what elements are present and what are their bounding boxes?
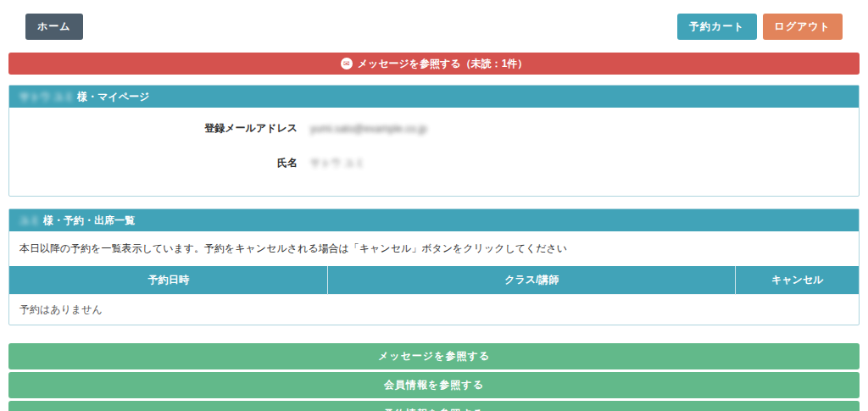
table-header-row: 予約日時 クラス/講師 キャンセル bbox=[9, 266, 859, 295]
reservations-table: 予約日時 クラス/講師 キャンセル 予約はありません bbox=[9, 266, 859, 325]
envelope-icon: ✉ bbox=[341, 58, 353, 69]
column-header-cancel: キャンセル bbox=[736, 266, 859, 295]
email-label: 登録メールアドレス bbox=[9, 121, 298, 136]
mypage-panel-body: 登録メールアドレス yumi.sato@example.co.jp 氏名 サトウ… bbox=[9, 108, 859, 196]
mypage-panel: サトウ ユミ 様・マイページ 登録メールアドレス yumi.sato@examp… bbox=[8, 85, 860, 197]
member-name-blurred: ユミ bbox=[19, 214, 41, 226]
topbar: ホーム 予約カート ログアウト bbox=[8, 0, 860, 53]
page: ホーム 予約カート ログアウト ✉ メッセージを参照する（未読：1件） サトウ … bbox=[0, 0, 868, 411]
unread-messages-label: メッセージを参照する（未読：1件） bbox=[358, 57, 528, 71]
reservations-title-suffix: 様・予約・出席一覧 bbox=[41, 214, 135, 226]
reservation-cart-button[interactable]: 予約カート bbox=[677, 14, 757, 40]
view-member-info-button[interactable]: 会員情報を参照する bbox=[8, 372, 860, 398]
mypage-title-suffix: 様・マイページ bbox=[75, 91, 149, 103]
email-value-blurred: yumi.sato@example.co.jp bbox=[310, 123, 427, 135]
column-header-class-instructor: クラス/講師 bbox=[328, 266, 736, 295]
home-button[interactable]: ホーム bbox=[25, 14, 83, 40]
reservations-panel: ユミ 様・予約・出席一覧 本日以降の予約を一覧表示しています。予約をキャンセルさ… bbox=[8, 208, 860, 325]
reservations-panel-body: 本日以降の予約を一覧表示しています。予約をキャンセルされる場合は「キャンセル」ボ… bbox=[9, 231, 859, 325]
member-name-blurred: サトウ ユミ bbox=[19, 91, 75, 103]
action-buttons: メッセージを参照する 会員情報を参照する 予約情報を参照する パスワードを変更す… bbox=[8, 343, 860, 411]
unread-messages-banner[interactable]: ✉ メッセージを参照する（未読：1件） bbox=[8, 53, 860, 75]
email-row: 登録メールアドレス yumi.sato@example.co.jp bbox=[9, 121, 859, 136]
reservations-description: 本日以降の予約を一覧表示しています。予約をキャンセルされる場合は「キャンセル」ボ… bbox=[9, 231, 859, 266]
column-header-datetime: 予約日時 bbox=[9, 266, 328, 295]
name-value-blurred: サトウ ユミ bbox=[310, 156, 365, 170]
view-messages-button[interactable]: メッセージを参照する bbox=[8, 343, 860, 369]
mypage-panel-title: サトウ ユミ 様・マイページ bbox=[9, 86, 859, 108]
reservations-panel-title: ユミ 様・予約・出席一覧 bbox=[9, 209, 859, 231]
empty-reservations-message: 予約はありません bbox=[9, 295, 859, 325]
name-label: 氏名 bbox=[9, 156, 298, 170]
name-row: 氏名 サトウ ユミ bbox=[9, 156, 859, 170]
view-reservation-info-button[interactable]: 予約情報を参照する bbox=[8, 401, 860, 411]
logout-button[interactable]: ログアウト bbox=[763, 14, 843, 40]
table-row: 予約はありません bbox=[9, 295, 859, 325]
topbar-right: 予約カート ログアウト bbox=[677, 14, 843, 40]
